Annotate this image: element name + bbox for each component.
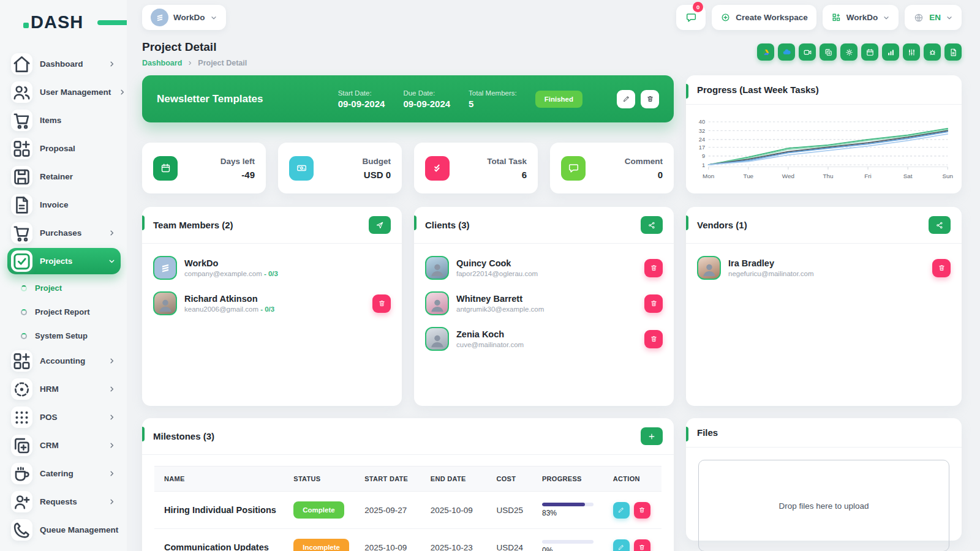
calendar-button[interactable] [861,43,878,61]
trash-icon [378,299,386,307]
duplicate-button[interactable] [820,43,837,61]
start-date-block: Start Date: 09-09-2024 [338,89,385,109]
calendar-icon [865,48,875,57]
logo-text: DASH [31,12,83,32]
sidebar-item-label: CRM [40,441,100,450]
settings-button[interactable] [840,43,858,61]
stat-value: 6 [522,170,527,180]
milestone-cost: USD25 [489,492,535,529]
sidebar-item-label: Retainer [40,172,116,181]
workspace-selector[interactable]: WorkDo [142,5,226,30]
svg-text:Mon: Mon [703,173,714,179]
progress-chart-svg: 4032241791MonTueWedThuFriSatSun [690,111,953,188]
share-icon [647,221,656,230]
column-header: STATUS [286,467,357,492]
dropzone-text: Drop files here to upload [778,501,869,511]
team-members-list: WorkDo company@example.com - 0/3 Richard… [142,244,402,339]
workspace-selector-label: WorkDo [173,13,205,22]
total-members-label: Total Members: [469,89,517,97]
svg-text:40: 40 [699,119,705,125]
milestone-name: Hiring Individual Positions [154,492,286,529]
edit-project-button[interactable] [617,90,635,108]
stat-budget: BudgetUSD 0 [278,143,402,193]
member-email: company@example.com [184,270,262,277]
workspace-menu-button[interactable]: WorkDo [823,5,899,30]
avatar [425,327,449,351]
avatar [697,256,721,280]
page-head: Project Detail Dashboard Project Detail [142,40,962,67]
globe-icon [913,12,924,23]
edit-milestone-button[interactable] [613,539,630,551]
bug-icon [928,48,937,57]
integration-button[interactable] [903,43,920,61]
milestones-card: Milestones (3) NAME STATUS STAR [142,418,674,551]
sidebar-subitem-label: Project [35,283,62,293]
onedrive-cloud-icon [782,48,791,57]
due-date-value: 09-09-2024 [403,99,450,109]
language-label: EN [929,13,941,22]
language-selector[interactable]: EN [905,5,962,30]
share-icon [935,221,944,230]
trash-icon [638,506,646,514]
chevron-right-icon [187,60,193,66]
share-clients-button[interactable] [641,216,663,234]
table-header-row: NAME STATUS START DATE END DATE COST PRO… [154,467,662,492]
sidebar-item-label: User Management [40,88,111,97]
delete-client-button[interactable] [644,294,663,313]
column-header: COST [489,467,535,492]
screen-record-button[interactable] [799,43,816,61]
sidebar-item-projects[interactable]: Projects [7,248,121,274]
due-date-block: Due Date: 09-09-2024 [403,89,450,109]
notes-button[interactable] [944,43,962,61]
edit-milestone-button[interactable] [613,502,630,519]
sidebar-item-label: Dashboard [40,59,100,69]
messages-button[interactable]: 0 [676,5,706,30]
delete-milestone-button[interactable] [634,539,650,551]
pencil-icon [622,95,630,103]
share-vendors-button[interactable] [929,216,951,234]
delete-vendor-button[interactable] [932,259,951,277]
progress-percent: 83% [542,509,557,517]
start-date-value: 09-09-2024 [338,99,385,109]
invite-member-button[interactable] [369,216,391,234]
sidebar-subitem-project[interactable]: Project [7,276,121,300]
due-date-label: Due Date: [403,89,450,97]
sidebar-item-queue-management[interactable]: Queue Management [7,517,121,543]
accent-bar [414,216,417,230]
trash-icon [938,264,946,272]
sidebar-item-label: Proposal [40,144,116,153]
delete-project-button[interactable] [641,90,659,108]
delete-member-button[interactable] [372,294,391,313]
breadcrumb-dashboard-link[interactable]: Dashboard [142,59,182,67]
report-chart-button[interactable] [882,43,899,61]
file-dropzone[interactable]: Drop files here to upload [698,460,949,551]
file-icon [949,48,958,57]
avatar [153,256,177,280]
accent-bar [686,427,688,441]
sidebar-item-label: Accounting [40,356,100,365]
create-workspace-button[interactable]: Create Workspace [712,5,816,30]
delete-client-button[interactable] [644,330,663,348]
project-banner: Newsletter Templates Start Date: 09-09-2… [142,75,674,122]
column-header: PROGRESS [535,467,606,492]
bug-report-button[interactable] [924,43,941,61]
trash-icon [650,264,658,272]
vendor-name: Ira Bradley [728,258,925,268]
logo-bar [97,20,127,25]
delete-milestone-button[interactable] [634,502,650,519]
delete-client-button[interactable] [644,259,663,277]
google-drive-button[interactable] [757,43,774,61]
right-column: Progress (Last Week Tasks) 4032241791Mon… [686,75,962,551]
send-icon [375,221,384,230]
stat-days-left: Days left-49 [142,143,266,193]
sidebar-item-label: POS [40,413,100,422]
onedrive-button[interactable] [778,43,795,61]
milestone-start-date: 2025-10-09 [357,529,423,551]
stat-value: USD 0 [364,170,391,180]
pencil-icon [617,506,625,514]
add-milestone-button[interactable] [641,427,663,445]
chevron-right-icon [108,470,116,478]
app-logo[interactable]: DASH [31,12,121,32]
chevron-right-icon [108,498,116,506]
member-meta: - 0/3 [264,270,278,277]
